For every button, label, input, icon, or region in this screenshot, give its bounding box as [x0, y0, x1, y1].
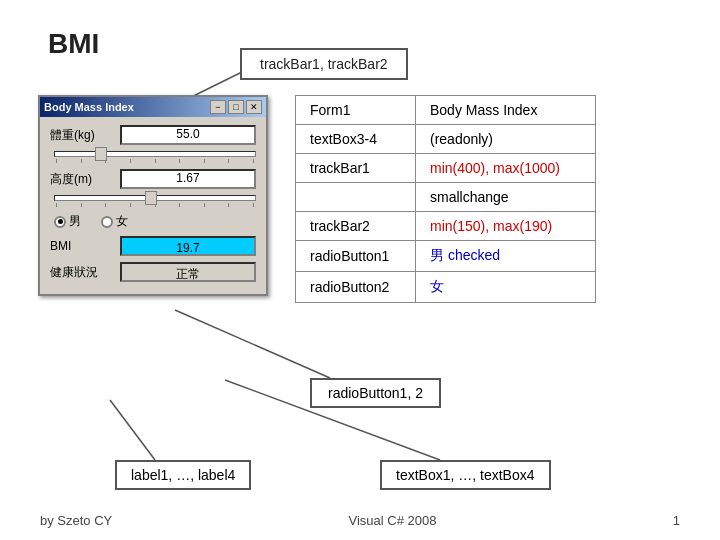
- height-label: 高度(m): [50, 171, 120, 188]
- table-cell-right: 男 checked: [416, 241, 596, 272]
- table-row: textBox3-4(readonly): [296, 125, 596, 154]
- radio-row: 男 女: [50, 213, 256, 230]
- radio-male-circle[interactable]: [54, 216, 66, 228]
- win-titlebar-buttons: − □ ✕: [210, 100, 262, 114]
- height-trackbar[interactable]: [54, 195, 256, 201]
- table-cell-left: textBox3-4: [296, 125, 416, 154]
- table-cell-left: radioButton2: [296, 272, 416, 303]
- radio-female-label: 女: [116, 213, 128, 230]
- height-slider-thumb[interactable]: [145, 191, 157, 205]
- table-cell-left: radioButton1: [296, 241, 416, 272]
- win-titlebar: Body Mass Index − □ ✕: [40, 97, 266, 117]
- height-slider-row: [50, 195, 256, 207]
- minimize-button[interactable]: −: [210, 100, 226, 114]
- info-table: Form1Body Mass IndextextBox3-4(readonly)…: [295, 95, 596, 303]
- weight-slider-thumb[interactable]: [95, 147, 107, 161]
- trackbar-callout-box: trackBar1, trackBar2: [240, 48, 408, 80]
- table-cell-right: min(400), max(1000): [416, 154, 596, 183]
- win-title: Body Mass Index: [44, 101, 134, 113]
- height-row: 高度(m) 1.67: [50, 169, 256, 189]
- table-cell-right: min(150), max(190): [416, 212, 596, 241]
- status-row: 健康狀況 正常: [50, 262, 256, 282]
- weight-label: 體重(kg): [50, 127, 120, 144]
- radio-female[interactable]: 女: [101, 213, 128, 230]
- textbox-callout-box: textBox1, …, textBox4: [380, 460, 551, 490]
- table-row: trackBar1min(400), max(1000): [296, 154, 596, 183]
- win-form: Body Mass Index − □ ✕ 體重(kg) 55.0 高度(m): [38, 95, 268, 296]
- app-title: BMI: [48, 28, 99, 60]
- bottom-bar: by Szeto CY Visual C# 2008 1: [0, 513, 720, 528]
- table-cell-left: [296, 183, 416, 212]
- table-cell-right: smallchange: [416, 183, 596, 212]
- radio-callout-box: radioButton1, 2: [310, 378, 441, 408]
- restore-button[interactable]: □: [228, 100, 244, 114]
- table-cell-right: Body Mass Index: [416, 96, 596, 125]
- svg-line-1: [175, 310, 330, 378]
- footer-center: Visual C# 2008: [349, 513, 437, 528]
- bmi-label: BMI: [50, 239, 120, 253]
- height-input[interactable]: 1.67: [120, 169, 256, 189]
- status-label: 健康狀況: [50, 264, 120, 281]
- footer-right: 1: [673, 513, 680, 528]
- table-row: Form1Body Mass Index: [296, 96, 596, 125]
- table-row: radioButton2女: [296, 272, 596, 303]
- table-cell-right: 女: [416, 272, 596, 303]
- table-row: trackBar2min(150), max(190): [296, 212, 596, 241]
- bmi-row: BMI 19.7: [50, 236, 256, 256]
- table-cell-left: trackBar1: [296, 154, 416, 183]
- footer-left: by Szeto CY: [40, 513, 112, 528]
- table-cell-left: Form1: [296, 96, 416, 125]
- weight-input[interactable]: 55.0: [120, 125, 256, 145]
- label-callout-box: label1, …, label4: [115, 460, 251, 490]
- weight-row: 體重(kg) 55.0: [50, 125, 256, 145]
- radio-male-dot: [58, 219, 63, 224]
- table-cell-right: (readonly): [416, 125, 596, 154]
- status-value: 正常: [120, 262, 256, 282]
- svg-line-2: [110, 400, 155, 460]
- radio-male[interactable]: 男: [54, 213, 81, 230]
- radio-female-circle[interactable]: [101, 216, 113, 228]
- weight-trackbar[interactable]: [54, 151, 256, 157]
- radio-male-label: 男: [69, 213, 81, 230]
- table-cell-left: trackBar2: [296, 212, 416, 241]
- table-row: radioButton1男 checked: [296, 241, 596, 272]
- close-button[interactable]: ✕: [246, 100, 262, 114]
- bmi-value: 19.7: [120, 236, 256, 256]
- weight-slider-row: [50, 151, 256, 163]
- table-row: smallchange: [296, 183, 596, 212]
